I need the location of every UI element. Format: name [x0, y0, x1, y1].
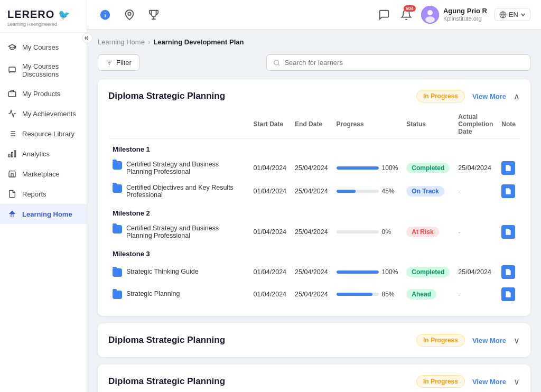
- svg-rect-9: [12, 152, 13, 157]
- plan-1-view-more-button[interactable]: View More: [472, 92, 506, 100]
- sidebar-item-learning-home[interactable]: Learning Home: [0, 204, 87, 224]
- table-row: Strategic Planning 01/04/2024 25/04/2024…: [108, 283, 520, 305]
- progress-cell: 45%: [332, 180, 403, 203]
- svg-point-14: [427, 10, 433, 15]
- chat-action-icon[interactable]: [377, 7, 391, 22]
- sidebar-item-my-courses-discussions[interactable]: My Courses Discussions: [0, 57, 87, 83]
- row-status-badge: On Track: [406, 186, 444, 197]
- plan-2-view-more-button[interactable]: View More: [472, 337, 506, 344]
- plan-1-status-badge: In Progress: [416, 90, 465, 102]
- store-icon: [7, 169, 17, 179]
- filter-label: Filter: [116, 59, 132, 67]
- start-date: 01/04/2024: [249, 180, 291, 203]
- course-name: Certified Strategy and Business Planning…: [126, 161, 245, 175]
- logo-tagline: Learning Reengineered: [7, 22, 79, 27]
- notification-icon[interactable]: 504: [399, 7, 414, 22]
- end-date: 25/04/2024: [291, 283, 332, 305]
- note-doc-icon[interactable]: [501, 265, 515, 279]
- sidebar-item-analytics[interactable]: Analytics: [0, 144, 87, 164]
- sidebar-item-resource-library[interactable]: Resource Library: [0, 124, 87, 144]
- sidebar-label-learning-home: Learning Home: [22, 210, 72, 218]
- trophy-icon[interactable]: [146, 7, 161, 22]
- content-area: Learning Home › Learning Development Pla…: [87, 30, 541, 392]
- plan-1-header-right: In Progress View More ∧: [416, 90, 520, 102]
- location-pin-icon[interactable]: [122, 7, 137, 22]
- sidebar-nav: My Courses My Courses Discussions My Pro…: [0, 33, 87, 392]
- sidebar-label-reports: Reports: [22, 190, 46, 198]
- search-input[interactable]: [284, 59, 524, 67]
- topbar-right: 504 Agung Prio R Kplinstitute.org EN: [377, 6, 530, 24]
- plan-3-header-right: In Progress View More ∨: [416, 375, 520, 388]
- language-selector[interactable]: EN: [495, 8, 530, 21]
- progress-bar-fill: [337, 190, 356, 193]
- topbar: 504 Agung Prio R Kplinstitute.org EN: [87, 0, 541, 30]
- note-doc-icon[interactable]: [501, 161, 515, 175]
- sidebar-collapse-toggle[interactable]: [82, 33, 92, 43]
- progress-text: 100%: [382, 164, 398, 172]
- plan-2-collapse-button[interactable]: ∨: [514, 335, 520, 346]
- user-name: Agung Prio R: [443, 7, 487, 15]
- course-name-cell: Certified Strategy and Business Planning…: [108, 156, 249, 180]
- info-icon[interactable]: [98, 7, 113, 22]
- sidebar-item-my-achievements[interactable]: My Achievements: [0, 104, 87, 124]
- svg-point-21: [274, 60, 279, 64]
- language-label: EN: [509, 11, 518, 18]
- status-cell: Completed: [402, 156, 454, 180]
- course-name-cell: Certified Strategy and Business Planning…: [108, 220, 249, 244]
- note-doc-icon[interactable]: [501, 225, 515, 239]
- plan-card-3: Diploma Strategic Planning In Progress V…: [98, 365, 530, 392]
- note-doc-icon[interactable]: [501, 287, 515, 301]
- sidebar-label-resource-library: Resource Library: [22, 130, 74, 138]
- plan-card-1-header: Diploma Strategic Planning In Progress V…: [108, 90, 520, 102]
- completion-date: -: [454, 180, 497, 203]
- plan-3-collapse-button[interactable]: ∨: [514, 377, 520, 387]
- breadcrumb-separator: ›: [148, 38, 150, 46]
- course-name: Certified Objectives and Key Results Pro…: [126, 184, 245, 199]
- sidebar-item-marketplace[interactable]: Marketplace: [0, 164, 87, 184]
- progress-cell: 85%: [332, 283, 403, 305]
- sidebar-item-my-products[interactable]: My Products: [0, 83, 87, 104]
- end-date: 25/04/2024: [291, 220, 332, 244]
- sidebar-label-my-courses: My Courses: [22, 43, 59, 51]
- search-box[interactable]: [266, 54, 530, 71]
- filter-row: Filter: [98, 54, 530, 71]
- user-org: Kplinstitute.org: [443, 15, 487, 22]
- folder-icon: [113, 161, 122, 170]
- progress-bar-fill: [337, 293, 372, 296]
- sidebar-label-discussions: My Courses Discussions: [22, 62, 79, 78]
- sidebar-item-reports[interactable]: Reports: [0, 184, 87, 204]
- breadcrumb-parent[interactable]: Learning Home: [98, 38, 145, 46]
- start-date: 01/04/2024: [249, 283, 291, 305]
- folder-icon: [113, 268, 122, 277]
- th-start-date: Start Date: [249, 110, 291, 139]
- sidebar-item-my-courses[interactable]: My Courses: [0, 37, 87, 57]
- table-row: Certified Objectives and Key Results Pro…: [108, 180, 520, 203]
- progress-text: 85%: [382, 291, 398, 298]
- plan-2-title: Diploma Strategic Planning: [108, 335, 225, 346]
- note-cell: [497, 283, 520, 305]
- progress-bar-fill: [337, 166, 379, 170]
- status-cell: On Track: [402, 180, 454, 203]
- main-area: 504 Agung Prio R Kplinstitute.org EN Lea: [87, 0, 541, 392]
- row-status-badge: Completed: [406, 267, 450, 277]
- plan-3-view-more-button[interactable]: View More: [472, 378, 506, 386]
- sidebar-label-analytics: Analytics: [22, 150, 50, 158]
- th-end-date: End Date: [291, 110, 332, 139]
- user-info[interactable]: Agung Prio R Kplinstitute.org: [421, 6, 487, 24]
- plan-1-collapse-button[interactable]: ∧: [514, 91, 520, 101]
- progress-cell: 100%: [332, 156, 403, 180]
- plan-card-3-header: Diploma Strategic Planning In Progress V…: [108, 375, 520, 388]
- svg-rect-1: [8, 92, 15, 97]
- filter-button[interactable]: Filter: [98, 54, 139, 71]
- status-cell: At Risk: [402, 220, 454, 244]
- course-name: Certified Strategy and Business Planning…: [126, 225, 245, 239]
- plan-card-2-header: Diploma Strategic Planning In Progress V…: [108, 334, 520, 347]
- sidebar: LERERO 🐦 Learning Reengineered My Course…: [0, 0, 87, 392]
- plan-1-title: Diploma Strategic Planning: [108, 91, 225, 101]
- note-doc-icon[interactable]: [501, 184, 515, 198]
- th-progress: Progress: [332, 110, 403, 139]
- list-icon: [7, 129, 17, 138]
- graduation-cap-icon: [7, 42, 17, 52]
- th-note: Note: [497, 110, 520, 139]
- table-row: Certified Strategy and Business Planning…: [108, 156, 520, 180]
